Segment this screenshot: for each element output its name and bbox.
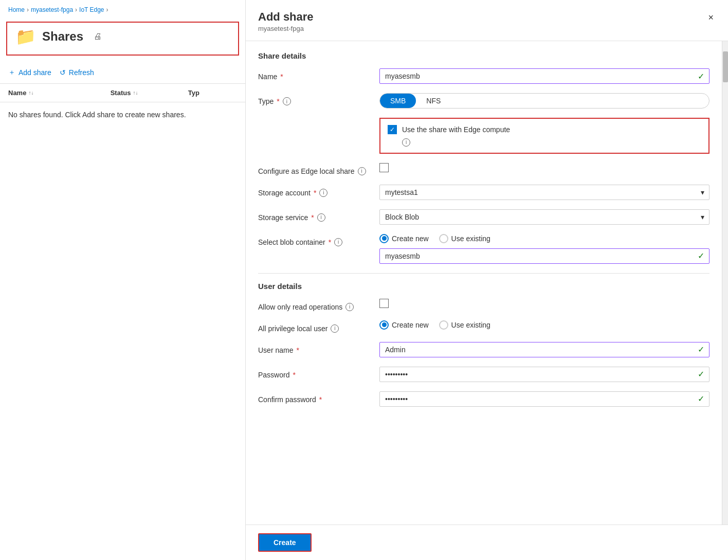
edge-compute-control: ✓ Use the share with Edge compute i [379, 118, 709, 154]
blob-container-input[interactable] [379, 248, 709, 264]
breadcrumb: Home › myasetest-fpga › IoT Edge › [0, 0, 245, 17]
priv-use-existing-label: Use existing [451, 321, 490, 329]
blob-create-new-option[interactable]: Create new [379, 234, 429, 243]
col-type-header: Typ [188, 89, 237, 97]
edge-compute-row: ✓ Use the share with Edge compute i [258, 118, 709, 154]
name-input[interactable] [379, 68, 709, 84]
confirm-password-control: ✓ [379, 391, 709, 407]
edge-local-control [379, 163, 709, 172]
section-user-title: User details [258, 282, 709, 291]
table-header: Name ↑↓ Status ↑↓ Typ [0, 84, 245, 102]
priv-use-existing-radio[interactable] [439, 320, 448, 330]
blob-use-existing-option[interactable]: Use existing [439, 234, 490, 243]
allow-read-checkbox[interactable] [379, 299, 389, 308]
password-input[interactable] [379, 367, 709, 382]
privilege-radio-group: Create new Use existing [379, 320, 709, 330]
breadcrumb-sep1: › [27, 6, 29, 13]
drawer-content: Share details Name * ✓ Type * [246, 41, 722, 525]
storage-account-select[interactable]: mytestsa1 [379, 185, 709, 200]
breadcrumb-sep3: › [106, 6, 108, 13]
privilege-user-control: Create new Use existing [379, 320, 709, 330]
refresh-label: Refresh [69, 68, 94, 77]
folder-icon: 📁 [15, 27, 36, 46]
drawer-title: Add share [258, 10, 314, 24]
priv-use-existing-option[interactable]: Use existing [439, 320, 490, 330]
blob-create-new-radio[interactable] [379, 234, 389, 243]
refresh-button[interactable]: ↺ Refresh [60, 66, 94, 79]
type-row: Type * i SMB NFS [258, 93, 709, 109]
username-label: User name * [258, 342, 371, 354]
privilege-info-icon[interactable]: i [331, 324, 339, 333]
password-check-icon: ✓ [698, 369, 704, 379]
type-required: * [277, 97, 279, 105]
print-icon[interactable]: 🖨 [94, 32, 102, 41]
name-required: * [280, 73, 283, 81]
edge-compute-highlight-box: ✓ Use the share with Edge compute i [379, 118, 709, 154]
type-smb-button[interactable]: SMB [380, 94, 416, 108]
storage-service-select[interactable]: Block Blob [379, 209, 709, 225]
edge-local-info-icon[interactable]: i [358, 167, 366, 175]
sort-status-icon[interactable]: ↑↓ [133, 90, 138, 96]
scrollbar-thumb[interactable] [723, 51, 728, 82]
edge-compute-spacer [258, 118, 371, 154]
type-toggle-group: SMB NFS [379, 93, 709, 109]
breadcrumb-home[interactable]: Home [8, 6, 25, 13]
plus-icon: ＋ [8, 68, 15, 77]
drawer-subtitle: myasetest-fpga [258, 25, 314, 32]
blob-create-new-label: Create new [392, 234, 429, 243]
blob-use-existing-label: Use existing [451, 234, 490, 243]
priv-create-new-radio[interactable] [379, 320, 389, 330]
password-control: ✓ [379, 367, 709, 382]
refresh-icon: ↺ [60, 68, 66, 77]
type-info-icon[interactable]: i [283, 97, 291, 105]
name-label: Name * [258, 68, 371, 81]
priv-create-new-option[interactable]: Create new [379, 320, 429, 330]
drawer-header: Add share myasetest-fpga × [246, 0, 728, 41]
col-name-header: Name ↑↓ [8, 89, 106, 97]
type-nfs-button[interactable]: NFS [416, 94, 451, 108]
add-share-label: Add share [19, 68, 51, 77]
blob-container-radio-group: Create new Use existing [379, 234, 709, 243]
blob-container-row: Select blob container * i Create new Use… [258, 234, 709, 264]
add-share-button[interactable]: ＋ Add share [8, 66, 51, 79]
storage-account-control: mytestsa1 ▾ [379, 185, 709, 200]
allow-read-row: Allow only read operations i [258, 299, 709, 311]
storage-service-info-icon[interactable]: i [317, 213, 325, 222]
priv-create-new-label: Create new [392, 321, 429, 329]
breadcrumb-sep2: › [75, 6, 77, 13]
username-check-icon: ✓ [698, 345, 704, 354]
close-button[interactable]: × [706, 10, 716, 25]
password-label: Password * [258, 367, 371, 379]
edge-local-checkbox[interactable] [379, 163, 389, 172]
confirm-password-row: Confirm password * ✓ [258, 391, 709, 407]
create-button[interactable]: Create [258, 533, 312, 552]
breadcrumb-section[interactable]: IoT Edge [79, 6, 104, 13]
edge-local-label: Configure as Edge local share i [258, 163, 371, 175]
edge-local-row: Configure as Edge local share i [258, 163, 709, 175]
sort-name-icon[interactable]: ↑↓ [28, 90, 33, 96]
privilege-user-row: All privilege local user i Create new Us… [258, 320, 709, 333]
edge-compute-checkbox[interactable]: ✓ [388, 125, 397, 134]
blob-container-label: Select blob container * i [258, 234, 371, 246]
blob-use-existing-radio[interactable] [439, 234, 448, 243]
username-input[interactable] [379, 342, 709, 357]
col-status-header: Status ↑↓ [111, 89, 184, 97]
type-control: SMB NFS [379, 93, 709, 109]
blob-container-info-icon[interactable]: i [334, 238, 342, 246]
drawer-footer: Create [246, 525, 728, 560]
edge-compute-info-icon[interactable]: i [402, 138, 410, 147]
scrollbar[interactable] [722, 41, 728, 525]
allow-read-info-icon[interactable]: i [345, 303, 354, 311]
blob-container-check-icon: ✓ [698, 251, 704, 261]
storage-account-row: Storage account * i mytestsa1 ▾ [258, 185, 709, 200]
storage-account-label: Storage account * i [258, 185, 371, 197]
username-row: User name * ✓ [258, 342, 709, 357]
breadcrumb-device[interactable]: myasetest-fpga [31, 6, 73, 13]
storage-account-info-icon[interactable]: i [319, 189, 327, 197]
section-share-title: Share details [258, 51, 709, 60]
confirm-password-label: Confirm password * [258, 391, 371, 404]
edge-compute-checkbox-row: ✓ Use the share with Edge compute [388, 125, 701, 134]
storage-service-control: Block Blob ▾ [379, 209, 709, 225]
confirm-password-input[interactable] [379, 391, 709, 407]
name-check-icon: ✓ [698, 71, 704, 81]
